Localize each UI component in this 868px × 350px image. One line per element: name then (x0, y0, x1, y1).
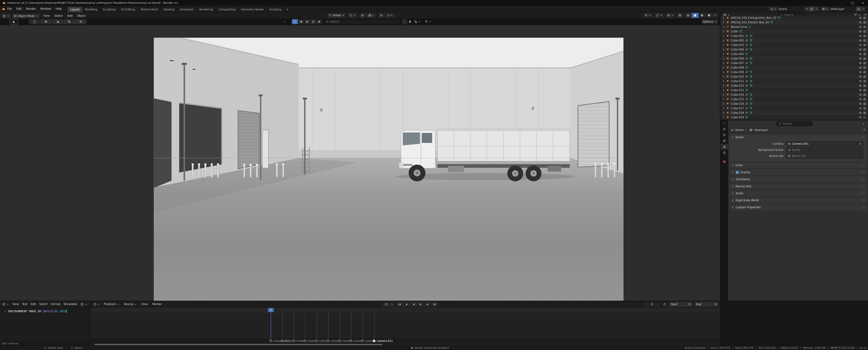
properties-tab-scene[interactable] (720, 144, 728, 150)
hide-toggle[interactable] (859, 53, 862, 56)
outliner-row[interactable]: AM218_042_Electric Box_04 (720, 20, 868, 25)
hide-toggle[interactable] (859, 71, 862, 74)
maximize-button[interactable] (847, 0, 858, 6)
editor-type-button[interactable] (1, 13, 11, 19)
render-visibility-toggle[interactable] (863, 16, 866, 20)
outliner-row[interactable]: Cube.001 (720, 34, 868, 38)
drag-grip[interactable] (862, 206, 865, 208)
camera-marker[interactable]: Came (327, 339, 338, 343)
topbar-menu-file[interactable]: File (5, 6, 14, 12)
end-frame-field[interactable]: End9 (694, 302, 719, 307)
viewlayer-browse-button[interactable] (821, 6, 829, 11)
bookmark-icon[interactable] (408, 20, 412, 23)
falloff-dropdown[interactable] (385, 13, 395, 18)
properties-options-dropdown[interactable] (861, 121, 866, 126)
outliner-row[interactable]: Cube (720, 29, 868, 34)
outliner-row[interactable]: Cube.003 (720, 43, 868, 47)
section-units[interactable]: Units (730, 162, 867, 168)
viewlayer-selector[interactable]: ViewLayer (821, 6, 866, 11)
render-visibility-toggle[interactable] (863, 62, 866, 65)
gizmos-dropdown[interactable] (654, 13, 664, 18)
outliner-scrollbar[interactable] (867, 19, 868, 46)
shading-solid-button[interactable] (692, 13, 699, 18)
camera-marker[interactable]: Came (281, 339, 292, 343)
text-editor-menu-templates[interactable]: Templates (62, 301, 79, 307)
text-editor-menu-text[interactable]: Text (20, 301, 29, 307)
viewlayer-copy-button[interactable] (856, 6, 861, 11)
scene-pin-button[interactable] (804, 6, 809, 11)
timeline-lanes[interactable] (90, 313, 720, 338)
options-button[interactable]: Options (702, 19, 718, 24)
hide-toggle[interactable] (859, 16, 862, 20)
properties-tab-tool[interactable] (720, 120, 728, 126)
hide-toggle[interactable] (859, 75, 862, 78)
section-custom-properties[interactable]: Custom Properties (730, 204, 867, 210)
select-mode-subtract[interactable] (52, 19, 64, 24)
xray-toggle[interactable] (677, 13, 683, 18)
section-audio[interactable]: Audio (730, 190, 867, 196)
outliner-row[interactable]: Cube.005 (720, 52, 868, 56)
previous-keyframe-button[interactable] (403, 302, 410, 307)
select-mode-new[interactable] (29, 19, 40, 24)
properties-tab-render[interactable] (720, 126, 728, 132)
playhead-frame-badge[interactable]: 0 (268, 308, 274, 312)
hide-toggle[interactable] (859, 21, 862, 24)
topbar-menu-window[interactable]: Window (38, 6, 53, 12)
camera-marker[interactable]: Came (292, 339, 304, 343)
workspace-tab-animation[interactable]: Animation (177, 7, 196, 12)
workspace-tab-compositing[interactable]: Compositing (216, 7, 238, 12)
scene-name[interactable]: Scene (777, 6, 804, 11)
drag-grip[interactable] (862, 193, 865, 194)
drag-grip[interactable] (862, 136, 865, 138)
section-rigid-body-world[interactable]: Rigid Body World (730, 198, 867, 203)
properties-tab-output[interactable] (720, 132, 728, 138)
hide-toggle[interactable] (859, 107, 862, 110)
shading-wireframe-button[interactable] (685, 13, 692, 18)
workspace-tab-rendering[interactable]: Rendering (196, 7, 216, 12)
use-preview-range-button[interactable] (662, 302, 668, 307)
camera-marker[interactable]: Came (304, 339, 315, 343)
hide-toggle[interactable] (859, 34, 862, 38)
play-button[interactable] (417, 302, 424, 307)
camera-marker[interactable]: Came (315, 339, 327, 343)
camera-marker[interactable]: Came (349, 339, 361, 343)
jump-to-start-button[interactable] (396, 302, 403, 307)
hide-toggle[interactable] (859, 111, 862, 115)
render-visibility-toggle[interactable] (863, 102, 866, 106)
render-visibility-toggle[interactable] (863, 89, 866, 92)
render-visibility-toggle[interactable] (863, 75, 866, 78)
pin-icon[interactable] (863, 129, 866, 132)
drag-grip[interactable] (862, 178, 865, 180)
viewport-canvas[interactable] (0, 25, 720, 301)
outliner-row[interactable]: Cube.011 (720, 79, 868, 83)
select-mode-intersect[interactable] (75, 19, 87, 24)
viewlayer-remove-button[interactable] (861, 6, 866, 11)
pivot-point-dropdown[interactable] (348, 13, 357, 18)
render-visibility-toggle[interactable] (863, 25, 866, 29)
render-visibility-toggle[interactable] (863, 98, 866, 101)
outliner-row[interactable]: Cube.018 (720, 111, 868, 115)
hide-toggle[interactable] (859, 93, 862, 97)
render-visibility-toggle[interactable] (863, 53, 866, 56)
camera-field[interactable]: Camera.001 (786, 141, 864, 146)
background-scene-field[interactable]: Scene (786, 147, 864, 152)
workspace-tab-geometry-nodes[interactable]: Geometry Nodes (238, 7, 267, 12)
clear-icon[interactable] (859, 142, 862, 145)
hide-toggle[interactable] (859, 79, 862, 83)
timeline-scrollbar-thumb[interactable] (95, 344, 382, 345)
breadcrumb-scene[interactable]: Scene (735, 129, 744, 132)
hide-toggle[interactable] (859, 48, 862, 51)
outliner-row[interactable]: Cube.019 (720, 115, 868, 119)
workspace-tab-scripting[interactable]: Scripting (267, 7, 284, 12)
overlays-dropdown[interactable] (666, 13, 675, 18)
render-visibility-toggle[interactable] (863, 48, 866, 51)
mode-dropdown[interactable]: Object Mode (12, 13, 40, 19)
close-button[interactable]: ✕ (858, 0, 868, 6)
hide-toggle[interactable] (859, 66, 862, 69)
timeline-editor-type-button[interactable] (92, 302, 102, 307)
render-visibility-toggle[interactable] (863, 34, 866, 38)
text-editor-menu-format[interactable]: Format (49, 301, 62, 307)
outliner-row[interactable]: Cube.002 (720, 38, 868, 43)
viewport-menu-view[interactable]: View (41, 13, 52, 19)
properties-tab-texture[interactable] (720, 159, 728, 165)
